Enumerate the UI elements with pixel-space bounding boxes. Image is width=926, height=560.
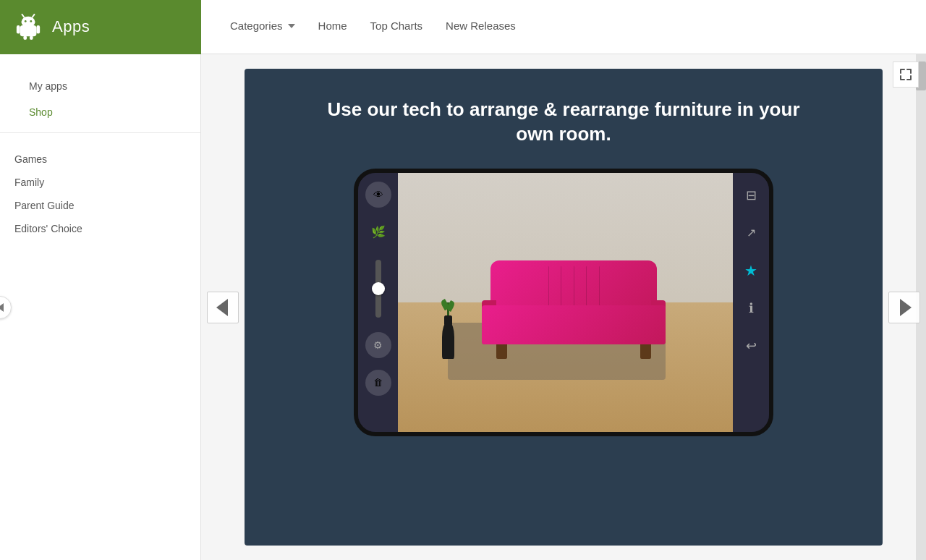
svg-rect-9 xyxy=(30,35,33,40)
left-arrow-icon xyxy=(216,299,228,316)
next-arrow-button[interactable] xyxy=(883,54,926,560)
sidebar-top-section: My apps Shop xyxy=(0,61,200,133)
expand-icon xyxy=(899,68,912,81)
brand-area: Apps xyxy=(0,0,201,54)
nav-top-charts[interactable]: Top Charts xyxy=(370,0,423,54)
chevron-down-icon xyxy=(288,24,295,28)
sidebar-item-parent-guide[interactable]: Parent Guide xyxy=(14,194,186,217)
collapse-arrow-icon xyxy=(0,303,4,312)
sidebar-item-games[interactable]: Games xyxy=(14,148,186,171)
prev-arrow-button[interactable] xyxy=(201,54,245,560)
toolbar-info-icon[interactable] xyxy=(739,297,763,320)
sidebar-item-family[interactable]: Family xyxy=(14,171,186,194)
svg-rect-7 xyxy=(36,25,40,33)
nav-new-releases[interactable]: New Releases xyxy=(446,0,516,54)
nav-categories[interactable]: Categories xyxy=(230,0,295,54)
content-area: Use our tech to arrange & rearrange furn… xyxy=(201,54,926,560)
toolbar-settings-icon[interactable] xyxy=(365,332,391,358)
slider-thumb xyxy=(372,282,385,295)
header-nav: Categories Home Top Charts New Releases xyxy=(201,0,545,54)
phone-toolbar-left xyxy=(358,173,398,432)
phone-room-scene xyxy=(398,173,733,432)
sidebar: My apps Shop Games Family Parent Guide E… xyxy=(0,54,201,560)
slideshow-container: Use our tech to arrange & rearrange furn… xyxy=(201,54,926,560)
room-sofa xyxy=(482,260,666,359)
svg-rect-8 xyxy=(23,35,27,40)
room-scene xyxy=(398,173,733,432)
svg-point-1 xyxy=(22,17,35,27)
svg-rect-6 xyxy=(17,25,20,33)
toolbar-plant-icon[interactable] xyxy=(365,219,391,245)
sidebar-item-editors-choice[interactable]: Editors' Choice xyxy=(14,217,186,240)
vertical-slider[interactable] xyxy=(375,260,381,318)
svg-point-3 xyxy=(30,20,32,22)
toolbar-save-icon[interactable] xyxy=(739,184,763,207)
toolbar-undo-icon[interactable] xyxy=(739,334,763,357)
toolbar-eye-icon[interactable] xyxy=(365,182,391,208)
brand-title: Apps xyxy=(52,17,90,36)
toolbar-share-icon[interactable] xyxy=(739,221,763,245)
svg-line-4 xyxy=(22,14,24,17)
android-icon xyxy=(14,13,42,41)
svg-line-5 xyxy=(33,14,35,17)
screenshot-card: Use our tech to arrange & rearrange furn… xyxy=(245,69,883,546)
sidebar-item-my-apps[interactable]: My apps xyxy=(14,73,186,99)
sidebar-collapse-button[interactable] xyxy=(0,296,12,319)
expand-button[interactable] xyxy=(893,61,919,88)
toolbar-trash-icon[interactable] xyxy=(365,370,391,396)
room-vase xyxy=(438,307,459,360)
right-arrow-icon xyxy=(900,299,912,316)
app-headline: Use our tech to arrange & rearrange furn… xyxy=(310,98,817,147)
svg-point-2 xyxy=(25,20,27,22)
header: Apps Categories Home Top Charts New Rele… xyxy=(0,0,926,54)
sidebar-section-categories: Games Family Parent Guide Editors' Choic… xyxy=(0,133,200,247)
sidebar-item-shop[interactable]: Shop xyxy=(14,99,186,125)
toolbar-star-icon[interactable] xyxy=(739,259,763,282)
phone-toolbar-right xyxy=(733,173,769,432)
main-layout: My apps Shop Games Family Parent Guide E… xyxy=(0,54,926,560)
phone-mockup xyxy=(354,169,773,436)
nav-home[interactable]: Home xyxy=(318,0,347,54)
